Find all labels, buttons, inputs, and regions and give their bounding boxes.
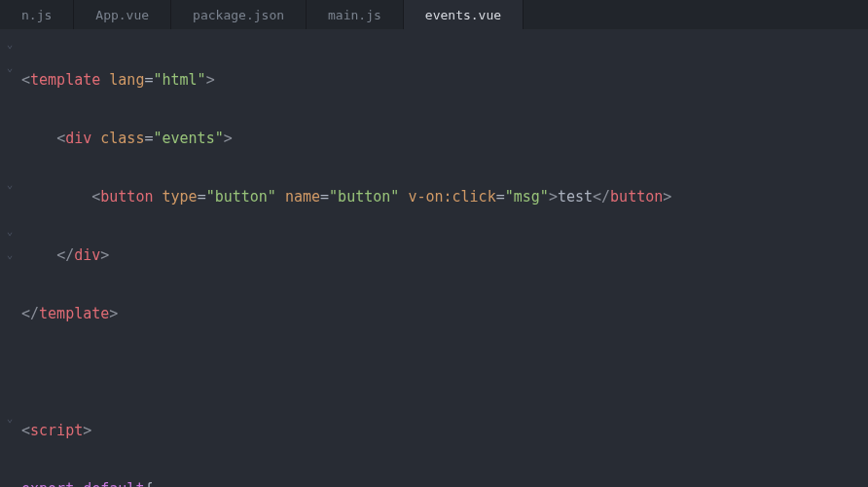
fold-icon[interactable]: ⌄ bbox=[0, 244, 19, 267]
tab-label: events.vue bbox=[425, 8, 501, 22]
tab-label: n.js bbox=[21, 8, 52, 22]
code-line: <div class="events"> bbox=[19, 127, 868, 150]
code-line: <button type="button" name="button" v-on… bbox=[19, 185, 868, 208]
tab-app-vue[interactable]: App.vue bbox=[74, 0, 171, 29]
editor[interactable]: ⌄ ⌄ ⌄ ⌄ ⌄ ⌄ <template lang="html"> <div … bbox=[0, 29, 868, 487]
tab-main-js[interactable]: main.js bbox=[307, 0, 404, 29]
tab-label: App.vue bbox=[95, 8, 149, 22]
tab-label: main.js bbox=[328, 8, 381, 22]
fold-icon[interactable]: ⌄ bbox=[0, 33, 19, 56]
code-line: <template lang="html"> bbox=[19, 68, 868, 92]
fold-icon[interactable]: ⌄ bbox=[0, 220, 19, 244]
code-line: </template> bbox=[19, 302, 868, 325]
tab-label: package.json bbox=[193, 8, 284, 22]
tab-events-vue[interactable]: events.vue bbox=[404, 0, 524, 29]
code-line bbox=[19, 360, 868, 384]
code-area[interactable]: <template lang="html"> <div class="event… bbox=[19, 29, 868, 487]
fold-icon[interactable]: ⌄ bbox=[0, 56, 19, 80]
gutter: ⌄ ⌄ ⌄ ⌄ ⌄ ⌄ bbox=[0, 29, 19, 487]
code-line: export default{ bbox=[19, 477, 868, 487]
fold-icon[interactable]: ⌄ bbox=[0, 407, 19, 431]
tab-n-js[interactable]: n.js bbox=[0, 0, 74, 29]
tab-bar: n.js App.vue package.json main.js events… bbox=[0, 0, 868, 29]
fold-icon[interactable]: ⌄ bbox=[0, 173, 19, 197]
tab-package-json[interactable]: package.json bbox=[171, 0, 307, 29]
code-line: <script> bbox=[19, 419, 868, 442]
code-line: </div> bbox=[19, 244, 868, 267]
